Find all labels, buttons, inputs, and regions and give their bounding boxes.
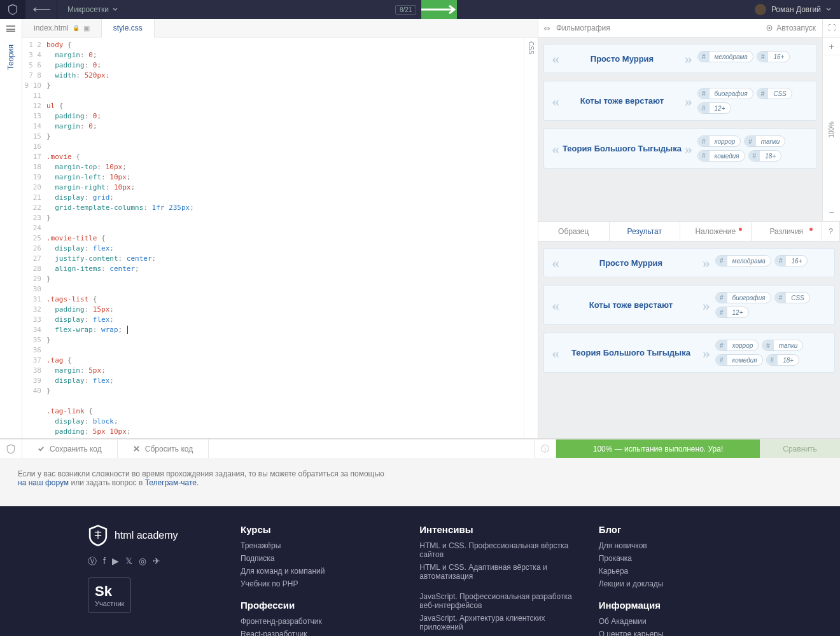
social-icons: Ⓥ f ▶ 𝕏 ◎ ✈ — [88, 556, 215, 567]
hash-icon: # — [698, 88, 710, 99]
footer-logo[interactable]: html academy — [88, 524, 215, 547]
tab-index-html[interactable]: index.html🔒▣ — [22, 19, 102, 37]
footer-link[interactable]: Об Академии — [599, 617, 752, 626]
chevron-down-icon — [113, 7, 118, 12]
theory-label[interactable]: Теория — [6, 45, 15, 70]
footer-link[interactable]: Карьера — [599, 567, 752, 576]
tags-list: #биография#CSS#12+ — [697, 88, 809, 114]
reset-button[interactable]: Сбросить код — [118, 439, 209, 458]
resize-handle[interactable]: ⇔ — [543, 24, 552, 33]
telegram-link[interactable]: Телеграм-чате — [145, 478, 197, 487]
user-menu[interactable]: Роман Довгий — [746, 4, 840, 15]
autorun-toggle[interactable]: Автозапуск — [759, 24, 822, 32]
zoom-in-button[interactable]: + — [823, 38, 840, 55]
footer-heading: Курсы — [241, 524, 394, 535]
tag[interactable]: #18+ — [748, 150, 782, 162]
compare-button[interactable]: Сравнить — [760, 439, 840, 458]
gear-icon — [766, 24, 773, 32]
menu-icon[interactable] — [6, 25, 15, 32]
tag[interactable]: #биография — [697, 88, 753, 99]
footer-link[interactable]: Прокачка — [599, 554, 752, 563]
footer-heading: Информация — [599, 600, 752, 611]
vk-icon[interactable]: Ⓥ — [88, 556, 97, 567]
tag[interactable]: #мелодрама — [715, 255, 771, 266]
close-icon — [133, 445, 140, 452]
restore-icon[interactable]: ▣ — [83, 24, 90, 32]
quote-icon: « — [552, 93, 559, 109]
tag[interactable]: #18+ — [766, 354, 800, 366]
youtube-icon[interactable]: ▶ — [112, 556, 119, 567]
hash-icon: # — [775, 293, 787, 303]
footer-link[interactable]: Подписка — [241, 554, 394, 563]
tag[interactable]: #16+ — [757, 51, 790, 62]
movie-card: «Коты тоже верстают»#биография#CSS#12+ — [543, 81, 817, 121]
result-tab-2[interactable]: Наложение — [680, 222, 752, 241]
tag[interactable]: #комедия — [715, 354, 763, 366]
tag[interactable]: #16+ — [774, 255, 808, 266]
save-button[interactable]: Сохранить код — [22, 439, 118, 458]
shield-icon — [88, 524, 108, 547]
footer-link[interactable]: Фронтенд-разработчик — [241, 617, 394, 626]
quote-icon: « — [552, 345, 559, 361]
result-tab-0[interactable]: Образец — [538, 222, 610, 241]
tag[interactable]: #тапки — [744, 135, 785, 147]
result-tab-1[interactable]: Результат — [610, 222, 681, 241]
tags-list: #мелодрама#16+ — [697, 51, 809, 66]
hash-icon: # — [716, 293, 727, 303]
theory-rail: Теория — [0, 19, 22, 438]
footer-link[interactable]: JavaScript. Архитектура клиентских прило… — [419, 614, 573, 632]
footer-link[interactable]: React-разработчик — [241, 630, 394, 636]
result-tab-4[interactable]: ? — [822, 222, 840, 241]
tag[interactable]: #мелодрама — [697, 51, 753, 62]
facebook-icon[interactable]: f — [103, 556, 106, 567]
zoom-out-button[interactable]: − — [823, 204, 840, 221]
tag[interactable]: #CSS — [757, 88, 792, 99]
footer-link[interactable]: JavaScript. Профессиональная разработка … — [419, 592, 573, 610]
logo[interactable] — [0, 0, 25, 19]
tag[interactable]: #тапки — [762, 340, 803, 351]
footer-link[interactable]: О центре карьеры — [599, 630, 752, 636]
quote-icon: » — [685, 51, 692, 66]
arrow-right-icon — [421, 4, 457, 15]
hash-icon: # — [775, 256, 787, 266]
telegram-icon[interactable]: ✈ — [153, 556, 160, 567]
info-icon[interactable]: ⓘ — [534, 439, 556, 458]
hash-icon: # — [716, 256, 727, 266]
preview-title: Фильмография — [552, 24, 759, 32]
footer-link[interactable]: Лекции и доклады — [599, 579, 752, 588]
tag[interactable]: #хоррор — [715, 340, 759, 351]
user-name: Роман Довгий — [771, 5, 821, 14]
twitter-icon[interactable]: 𝕏 — [125, 556, 132, 567]
instagram-icon[interactable]: ◎ — [139, 556, 146, 567]
check-icon — [38, 445, 45, 452]
status-bar: 100% — испытание выполнено. Ура! — [556, 439, 760, 458]
fullscreen-button[interactable]: ⛶ — [822, 19, 840, 37]
tab-style-css[interactable]: style.css — [102, 19, 155, 38]
tag[interactable]: #12+ — [697, 102, 731, 114]
tag[interactable]: #комедия — [697, 150, 745, 162]
tag[interactable]: #хоррор — [697, 135, 741, 147]
quote-icon: « — [552, 141, 559, 156]
hash-icon: # — [745, 136, 756, 146]
footer-link[interactable]: HTML и CSS. Адаптивная вёрстка и автомат… — [419, 563, 573, 581]
tag[interactable]: #CSS — [774, 292, 810, 303]
prev-button[interactable] — [25, 0, 57, 19]
tag[interactable]: #12+ — [715, 307, 749, 318]
footer-link[interactable]: Учебник по PHP — [241, 579, 394, 588]
breadcrumb[interactable]: Микросетки — [57, 5, 128, 14]
hash-icon: # — [762, 340, 774, 350]
code-editor[interactable]: body { margin: 0; padding: 0; width: 520… — [45, 38, 524, 438]
footer-heading: Блог — [599, 524, 752, 535]
footer-link[interactable]: Тренажёры — [241, 541, 394, 550]
forum-link[interactable]: на наш форум — [18, 478, 69, 487]
tag[interactable]: #биография — [715, 292, 771, 303]
shield-icon — [8, 4, 18, 15]
footer-link[interactable]: HTML и CSS. Профессиональная вёрстка сай… — [419, 541, 573, 559]
skolkovo-badge: Sk Участник — [88, 577, 131, 613]
footer-link[interactable]: Для команд и компаний — [241, 567, 394, 576]
quote-icon: » — [703, 298, 710, 313]
movie-title: Коты тоже верстают — [559, 300, 703, 310]
footer-link[interactable]: Для новичков — [599, 541, 752, 550]
result-tab-3[interactable]: Различия — [752, 222, 823, 241]
next-button[interactable] — [421, 0, 457, 19]
